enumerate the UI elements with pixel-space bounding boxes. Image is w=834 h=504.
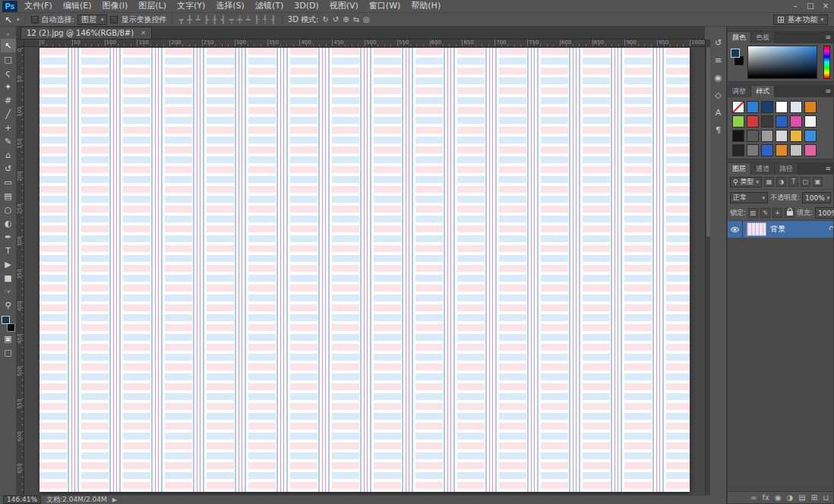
paragraph-panel-icon[interactable]: ¶ <box>712 124 725 136</box>
align-hcenter-icon[interactable]: ╂ <box>212 15 218 24</box>
add-layer-mask-icon[interactable]: ◉ <box>775 493 782 503</box>
link-layers-icon[interactable]: ∞ <box>750 493 757 503</box>
style-swatch-18[interactable] <box>804 130 817 142</box>
style-swatch-2[interactable] <box>747 101 759 113</box>
screen-mode-button[interactable]: ▢ <box>1 345 16 359</box>
new-adjustment-layer-icon[interactable]: ◑ <box>787 493 794 503</box>
quick-selection-tool[interactable]: ✦ <box>1 80 16 93</box>
3d-slide-icon[interactable]: ⇆ <box>352 15 360 24</box>
menu-item-2[interactable]: 编辑(E) <box>58 0 97 12</box>
style-swatch-20[interactable] <box>747 144 759 156</box>
foreground-color-chip[interactable] <box>2 316 10 324</box>
style-swatch-14[interactable] <box>747 130 759 142</box>
maximize-button[interactable]: □ <box>804 1 817 11</box>
foreground-color-chip[interactable] <box>731 49 740 58</box>
panel-menu-icon[interactable]: ≡ <box>825 32 831 43</box>
tab-styles[interactable]: 样式 <box>751 86 775 97</box>
lock-pixels-icon[interactable]: ✎ <box>760 208 770 218</box>
distribute-hcenter-icon[interactable]: ╀ <box>262 15 268 24</box>
tab-layers[interactable]: 图层 <box>728 163 751 175</box>
canvas-viewport[interactable] <box>24 47 705 495</box>
panel-menu-icon[interactable]: ≡ <box>825 163 831 175</box>
fill-field[interactable]: 100% ▾ <box>815 207 834 219</box>
auto-select-checkbox[interactable] <box>31 16 39 24</box>
eraser-tool[interactable]: ▭ <box>1 175 16 189</box>
pen-tool[interactable]: ✒ <box>1 230 16 244</box>
shape-tool[interactable]: ■ <box>1 271 16 285</box>
properties-panel-icon[interactable]: ≡ <box>712 55 725 66</box>
tab-swatches[interactable]: 色板 <box>751 32 775 43</box>
distribute-top-icon[interactable]: ┯ <box>229 15 235 24</box>
distribute-vcenter-icon[interactable]: ┿ <box>237 15 243 24</box>
filter-shape-layers-icon[interactable]: ▢ <box>801 177 810 187</box>
tool-preset-arrow-icon[interactable]: ▾ <box>17 17 20 23</box>
filter-adjustment-layers-icon[interactable]: ◑ <box>776 177 786 187</box>
style-swatch-4[interactable] <box>776 101 788 113</box>
info-panel-icon[interactable]: ◉ <box>712 72 725 83</box>
new-layer-icon[interactable]: ⊞ <box>811 493 817 503</box>
hand-tool[interactable]: ☞ <box>1 285 16 298</box>
layer-filter-dropdown[interactable]: ⚲ 类型 ▾ <box>730 177 762 187</box>
menu-item-10[interactable]: 窗口(W) <box>364 0 406 12</box>
zoom-level-field[interactable]: 146.41% <box>3 496 41 504</box>
style-swatch-12[interactable] <box>804 115 817 128</box>
panel-menu-icon[interactable]: ≡ <box>825 86 831 97</box>
menu-item-9[interactable]: 视图(V) <box>324 0 364 12</box>
document-tab[interactable]: 12 (2).jpg @ 146%(RGB/8#) ✕ <box>21 27 152 39</box>
foreground-background-swatch[interactable] <box>2 316 15 332</box>
style-swatch-16[interactable] <box>776 130 788 142</box>
auto-select-target-dropdown[interactable]: 图层 ▾ <box>77 14 108 25</box>
minimize-button[interactable]: – <box>789 1 801 11</box>
layer-visibility-toggle[interactable] <box>728 221 743 238</box>
layer-row[interactable]: 背景 <box>728 221 833 238</box>
distribute-left-icon[interactable]: ┠ <box>254 15 260 24</box>
lasso-tool[interactable]: ς <box>1 66 16 80</box>
status-menu-arrow-icon[interactable]: ▶ <box>112 496 117 503</box>
dodge-tool[interactable]: ◐ <box>1 216 16 230</box>
blend-mode-dropdown[interactable]: 正常 ▾ <box>730 192 768 203</box>
tab-close-icon[interactable]: ✕ <box>141 30 146 36</box>
toolbar-collapse-icon[interactable]: » <box>6 31 10 39</box>
gradient-tool[interactable]: ▤ <box>1 189 16 203</box>
menu-item-4[interactable]: 图层(L) <box>133 0 172 12</box>
path-selection-tool[interactable]: ▶ <box>1 257 16 271</box>
menu-item-3[interactable]: 图像(I) <box>96 0 133 12</box>
ruler-corner[interactable] <box>17 39 24 47</box>
lock-transparency-icon[interactable]: ▨ <box>748 208 758 218</box>
align-right-icon[interactable]: ┫ <box>220 15 226 24</box>
healing-brush-tool[interactable]: + <box>1 121 16 134</box>
opacity-field[interactable]: 100% ▾ <box>802 192 831 203</box>
background-color-chip[interactable] <box>7 323 15 332</box>
style-swatch-8[interactable] <box>747 115 759 128</box>
style-swatch-13[interactable] <box>732 130 744 142</box>
menu-item-6[interactable]: 选择(S) <box>210 0 250 12</box>
marquee-tool[interactable]: □ <box>1 52 16 66</box>
close-button[interactable]: × <box>820 1 832 11</box>
menu-item-5[interactable]: 文字(Y) <box>172 0 210 12</box>
show-transform-checkbox[interactable] <box>110 16 118 24</box>
horizontal-ruler[interactable]: 0501001502002503003504004505005506006507… <box>24 39 705 47</box>
style-swatch-15[interactable] <box>761 130 773 142</box>
current-tool-icon[interactable]: ↖ <box>5 14 12 25</box>
3d-panel-icon[interactable]: ◇ <box>712 90 725 101</box>
canvas-image[interactable] <box>39 48 690 492</box>
zoom-tool[interactable]: ⚲ <box>1 298 16 312</box>
history-panel-icon[interactable]: ↺ <box>712 37 725 49</box>
3d-drag-icon[interactable]: ⊕ <box>342 15 349 24</box>
brush-tool[interactable]: ✎ <box>1 134 16 148</box>
lock-all-icon[interactable] <box>785 208 795 218</box>
style-swatch-6[interactable] <box>804 101 817 113</box>
3d-rotate-icon[interactable]: ↻ <box>321 15 329 24</box>
type-tool[interactable]: T <box>1 244 16 257</box>
menu-item-11[interactable]: 帮助(H) <box>406 0 446 12</box>
vertical-scrollbar[interactable] <box>705 39 710 495</box>
menu-item-8[interactable]: 3D(D) <box>289 0 324 12</box>
character-panel-icon[interactable]: A <box>712 107 725 118</box>
layer-style-icon[interactable]: fx <box>762 493 769 503</box>
style-swatch-23[interactable] <box>790 144 802 156</box>
align-vcenter-icon[interactable]: ╋ <box>187 15 193 24</box>
quick-mask-button[interactable]: ▣ <box>1 332 16 345</box>
workspace-switcher[interactable]: 基本功能 ▾ <box>773 14 828 25</box>
style-swatch-19[interactable] <box>732 144 744 156</box>
style-swatch-22[interactable] <box>776 144 788 156</box>
